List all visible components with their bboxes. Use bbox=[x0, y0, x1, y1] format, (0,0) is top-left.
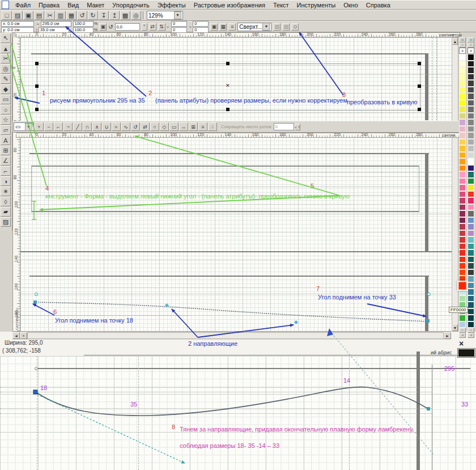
color-swatch[interactable] bbox=[459, 321, 466, 328]
color-swatch[interactable] bbox=[459, 145, 466, 152]
menu-item[interactable]: Упорядочить bbox=[108, 1, 153, 9]
menu-item[interactable]: Эффекты bbox=[154, 1, 190, 9]
color-swatch[interactable] bbox=[459, 191, 466, 198]
color-swatch[interactable] bbox=[468, 178, 474, 185]
guide-horizontal-1[interactable] bbox=[20, 74, 456, 75]
color-swatch[interactable] bbox=[459, 139, 466, 146]
palette-expand-icon[interactable]: ◄ bbox=[468, 333, 474, 338]
object-x-field[interactable]: x: 0.0 см bbox=[1, 21, 34, 27]
color-swatch[interactable] bbox=[459, 87, 466, 94]
object-height-field[interactable]: 35.0 см bbox=[39, 27, 69, 33]
connector-tool[interactable]: ⌐ bbox=[1, 166, 11, 176]
dimension-tool[interactable]: ∠ bbox=[1, 156, 11, 166]
color-swatch[interactable] bbox=[468, 308, 474, 315]
guide-horizontal-3[interactable] bbox=[20, 112, 456, 113]
guide-horizontal-5[interactable] bbox=[20, 187, 456, 187]
color-swatch[interactable] bbox=[468, 230, 474, 237]
extract-subpath-icon[interactable]: ⇄ bbox=[141, 122, 150, 131]
outline-tool[interactable]: ◊ bbox=[1, 197, 11, 206]
scroll-down-button[interactable]: ▼ bbox=[452, 324, 458, 331]
color-swatch[interactable] bbox=[459, 204, 466, 211]
chevron-down-icon[interactable]: ▼ bbox=[174, 11, 181, 19]
delete-node-icon[interactable]: − bbox=[44, 122, 53, 131]
guide-vertical-2[interactable] bbox=[436, 37, 437, 120]
curve-smoothness-icon[interactable]: ∴ bbox=[208, 122, 217, 131]
color-swatch[interactable] bbox=[468, 80, 474, 87]
palette-grip-icon[interactable]: ▤ bbox=[459, 37, 466, 43]
color-swatch[interactable] bbox=[468, 295, 474, 302]
basic-shapes-tool[interactable]: ▱ bbox=[1, 125, 11, 135]
color-swatch[interactable] bbox=[468, 74, 474, 81]
paste-icon[interactable]: ▦ bbox=[66, 11, 76, 20]
menu-item[interactable]: Растровые изображения bbox=[190, 1, 269, 9]
color-swatch[interactable] bbox=[459, 249, 466, 256]
color-swatch[interactable] bbox=[468, 302, 474, 308]
color-swatch[interactable] bbox=[459, 171, 466, 178]
color-swatch[interactable] bbox=[459, 184, 466, 191]
color-swatch[interactable] bbox=[468, 276, 474, 282]
rect2-top[interactable] bbox=[31, 166, 419, 167]
to-back-button[interactable]: ▨ bbox=[282, 23, 290, 31]
color-swatch[interactable] bbox=[468, 236, 474, 243]
object-width-field[interactable]: 295.0 см bbox=[41, 21, 71, 27]
color-swatch[interactable] bbox=[459, 113, 466, 120]
color-swatch[interactable] bbox=[458, 281, 467, 290]
selection-handle[interactable] bbox=[35, 62, 39, 65]
outline-width-combo[interactable]: Сверхт... ▼ bbox=[237, 23, 271, 31]
open-icon[interactable]: ▨ bbox=[12, 11, 23, 20]
color-swatch[interactable] bbox=[459, 269, 466, 276]
color-swatch[interactable] bbox=[468, 321, 474, 328]
selection-center-mark[interactable]: ✕ bbox=[226, 83, 230, 88]
color-swatch[interactable] bbox=[459, 243, 466, 250]
color-swatch[interactable] bbox=[459, 106, 466, 113]
add-page-button[interactable]: + bbox=[20, 332, 27, 339]
menu-item[interactable]: Окно bbox=[339, 1, 362, 9]
chevron-down-icon[interactable]: ▼ bbox=[262, 23, 270, 31]
shape3-top-edge[interactable] bbox=[29, 276, 429, 277]
palette-scroll-up-icon[interactable]: ∧ bbox=[468, 43, 474, 48]
polygon-tool[interactable]: ☆ bbox=[1, 115, 11, 125]
text-wrap-button[interactable]: ▦ bbox=[219, 23, 227, 31]
smooth-node-icon[interactable]: ∪ bbox=[102, 122, 111, 131]
elastic-mode-icon[interactable]: ⊞ bbox=[189, 122, 198, 131]
corner-radius-tl-field[interactable]: 0 bbox=[171, 21, 187, 27]
guide-horizontal-4[interactable] bbox=[20, 172, 456, 172]
palette-scroll-up-icon[interactable]: ∧ bbox=[459, 43, 466, 48]
select-all-nodes-icon[interactable]: ≡ bbox=[198, 122, 207, 131]
selection-handle[interactable] bbox=[418, 84, 421, 88]
selection-handle[interactable] bbox=[35, 84, 39, 88]
color-swatch[interactable] bbox=[459, 210, 466, 217]
guide-horizontal-7[interactable] bbox=[20, 214, 456, 214]
color-swatch[interactable] bbox=[468, 119, 474, 126]
menu-item[interactable]: Инструменты bbox=[293, 1, 340, 9]
menu-item[interactable]: Текст bbox=[269, 1, 293, 9]
color-swatch[interactable] bbox=[468, 145, 474, 152]
save-icon[interactable]: ▣ bbox=[23, 11, 33, 20]
hscroll-track[interactable] bbox=[27, 332, 444, 339]
freehand-tool[interactable]: ✎ bbox=[1, 74, 11, 84]
corel-online-icon[interactable]: ◎ bbox=[131, 11, 141, 20]
to-front-button[interactable]: ▧ bbox=[273, 23, 280, 31]
menu-item[interactable]: Вид bbox=[63, 1, 83, 9]
palette-grip-icon[interactable]: ▤ bbox=[468, 37, 474, 43]
object-y-field[interactable]: y: 0.0 см bbox=[1, 27, 34, 33]
round-corners-lock-button[interactable]: ▣ bbox=[210, 23, 218, 31]
interactive-fill-tool[interactable]: ▨ bbox=[1, 217, 11, 227]
eyedropper-tool[interactable]: ∗ bbox=[1, 187, 11, 196]
align-nodes-icon[interactable]: ↔ bbox=[179, 122, 188, 131]
guide-horizontal-10[interactable] bbox=[0, 387, 432, 388]
import-icon[interactable]: ↧ bbox=[99, 11, 109, 20]
outline-pen-icon[interactable]: ≡ bbox=[228, 23, 236, 31]
color-swatch[interactable] bbox=[459, 61, 466, 67]
stretch-nodes-icon[interactable]: ◇ bbox=[160, 122, 169, 131]
color-swatch[interactable] bbox=[459, 230, 466, 237]
color-swatch[interactable] bbox=[468, 282, 474, 289]
zoom-level-combo[interactable]: 129% ▼ bbox=[147, 11, 183, 20]
color-swatch[interactable] bbox=[468, 204, 474, 211]
color-swatch[interactable] bbox=[468, 113, 474, 120]
color-swatch[interactable] bbox=[468, 269, 474, 276]
spinner-icon[interactable]: ▲▼ bbox=[295, 124, 300, 130]
smart-fill-tool[interactable]: ◆ bbox=[1, 84, 11, 94]
lambrequin-top-line[interactable] bbox=[36, 368, 470, 369]
color-swatch[interactable] bbox=[459, 236, 466, 243]
